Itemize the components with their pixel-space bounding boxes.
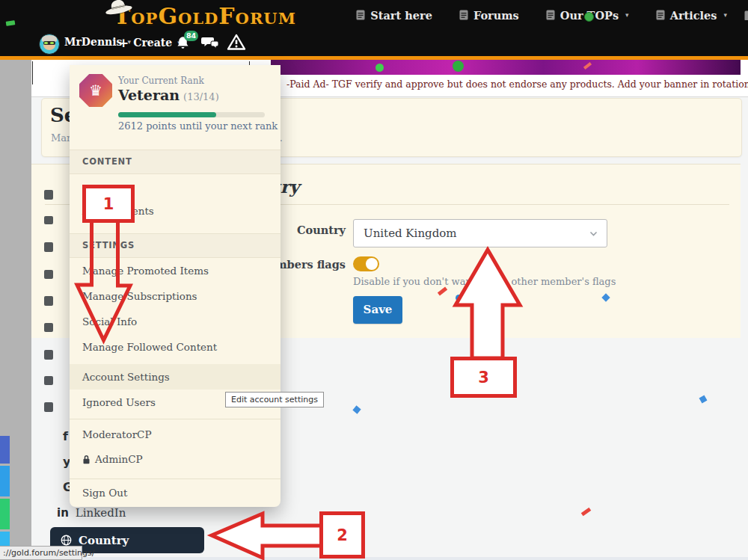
bottom-edge xyxy=(31,557,748,560)
annotation-step-1: 1 xyxy=(82,185,135,223)
flags-toggle[interactable] xyxy=(353,256,379,271)
menu-item-manage-subscriptions[interactable]: Manage Subscriptions xyxy=(82,290,197,302)
menu-item-social-info[interactable]: Social Info xyxy=(82,316,137,327)
nav-label: Start here xyxy=(370,9,432,22)
divider xyxy=(32,61,33,84)
confetti xyxy=(456,295,462,301)
ad-banner-image[interactable] xyxy=(271,60,741,75)
banner-confetti xyxy=(453,61,464,72)
flags-description: Disable if you don't want to see other m… xyxy=(353,276,616,287)
nav-item-articles[interactable]: Articles ▾ xyxy=(656,9,727,22)
rank-name: Veteran(13/14) xyxy=(118,87,219,103)
menu-section-content: CONTENT xyxy=(70,150,280,174)
rank-progress-fill xyxy=(118,112,216,117)
create-label: Create xyxy=(133,37,172,49)
linkedin-icon: in xyxy=(57,506,69,520)
sidebar-icon-fragment[interactable] xyxy=(44,323,53,332)
notification-count-badge[interactable]: 84 xyxy=(184,31,198,41)
share-whatsapp-button[interactable] xyxy=(0,499,10,529)
menu-item-sign-out[interactable]: Sign Out xyxy=(82,487,127,499)
country-select[interactable]: United Kingdom xyxy=(353,219,607,247)
lock-icon xyxy=(82,455,91,464)
toggle-knob xyxy=(366,258,378,270)
content-header: CONTENT xyxy=(82,156,132,167)
menu-item-manage-promoted-items[interactable]: Manage Promoted Items xyxy=(82,265,209,277)
forum-settings-page: i -Paid Ad- TGF verify and approve but d… xyxy=(0,0,748,560)
annotation-step-3: 3 xyxy=(450,357,517,398)
banner-confetti xyxy=(583,62,592,70)
paid-ad-text: i -Paid Ad- TGF verify and approve but d… xyxy=(271,79,745,92)
menu-item-ignored-users[interactable]: Ignored Users xyxy=(82,396,156,408)
moderation-alerts-button[interactable] xyxy=(227,34,246,54)
save-button[interactable]: Save xyxy=(353,296,402,324)
sidebar-icon-fragment[interactable] xyxy=(44,296,53,306)
accent-rule xyxy=(0,56,748,60)
nav-label: Articles xyxy=(670,9,717,22)
share-facebook-button[interactable] xyxy=(0,436,10,464)
tooltip-edit-account-settings: Edit account settings xyxy=(225,392,324,407)
divider xyxy=(70,479,280,479)
globe-icon xyxy=(61,535,72,546)
nav-item-start-here[interactable]: Start here xyxy=(356,9,432,22)
share-twitter-button[interactable] xyxy=(0,466,10,496)
rank-badge-icon: ♛ xyxy=(79,74,112,107)
rank-name-text: Veteran xyxy=(118,87,180,103)
messages-button[interactable] xyxy=(200,36,220,52)
menu-item-admincp[interactable]: AdminCP xyxy=(82,453,143,465)
plus-icon: + xyxy=(118,35,129,50)
sidebar-icon-fragment[interactable] xyxy=(44,242,53,252)
country-button-label: Country xyxy=(79,534,129,547)
sidebar-icon-fragment[interactable] xyxy=(44,376,53,385)
sidebar-icon-fragment[interactable] xyxy=(44,350,53,360)
sidebar-icon-fragment[interactable] xyxy=(44,190,53,200)
settings-header: SETTINGS xyxy=(82,240,135,250)
create-menu-trigger[interactable]: + Create ▾ xyxy=(118,35,181,50)
banner-confetti xyxy=(375,64,384,72)
avatar[interactable] xyxy=(39,34,60,55)
document-icon xyxy=(656,10,665,20)
nav-label: Forums xyxy=(473,9,519,22)
annotation-step-2: 2 xyxy=(319,511,365,559)
user-menu-dropdown: ♛ Your Current Rank Veteran(13/14) 2612 … xyxy=(70,65,280,507)
chevron-down-icon: ▾ xyxy=(625,11,629,19)
sidebar-icon-fragment[interactable] xyxy=(44,270,53,279)
avatar-lens xyxy=(50,42,54,44)
sidebar-icon-fragment[interactable] xyxy=(44,216,53,224)
menu-item-moderatorcp[interactable]: ModeratorCP xyxy=(82,428,152,440)
menu-item-account-settings[interactable]: Account Settings xyxy=(82,371,170,383)
document-icon xyxy=(356,10,365,20)
menu-section-settings: SETTINGS xyxy=(70,233,280,258)
linkedin-label: LinkedIn xyxy=(76,506,126,520)
rank-points-text: 2612 points until your next rank xyxy=(118,120,278,132)
menu-item-manage-followed-content[interactable]: Manage Followed Content xyxy=(82,341,217,353)
green-dot-overlay xyxy=(584,12,594,22)
country-select-value: United Kingdom xyxy=(364,227,457,240)
rank-caption: Your Current Rank xyxy=(118,76,204,86)
document-icon xyxy=(744,10,748,20)
nav-item-forums[interactable]: Forums xyxy=(459,9,519,22)
facebook-icon[interactable]: f xyxy=(63,429,68,443)
rank-count: (13/14) xyxy=(183,91,219,102)
document-icon xyxy=(459,10,468,20)
top-navbar: TopGoldForum Start here Forums Our TOPs … xyxy=(0,0,748,30)
divider xyxy=(70,419,280,419)
rank-progress-bar xyxy=(118,112,265,117)
username: MrDennis xyxy=(64,36,122,48)
document-icon xyxy=(546,10,555,20)
chevron-down-icon: ▾ xyxy=(723,11,727,19)
avatar-lens xyxy=(44,42,48,44)
decorative-dash xyxy=(6,20,16,26)
sidebar-item-linkedin[interactable]: in LinkedIn xyxy=(57,506,126,520)
status-bar-url: ://gold.forum/settings/ xyxy=(0,546,82,560)
nav-item-our-tops[interactable]: Our TOPs ▾ xyxy=(546,9,629,22)
admincp-label: AdminCP xyxy=(95,453,143,465)
sidebar-icon-fragment[interactable] xyxy=(44,402,53,412)
ad-text: -Paid Ad- TGF verify and approve but doe… xyxy=(286,79,748,90)
chat-bubbles-icon xyxy=(200,36,220,49)
brand-name: TopGoldForum xyxy=(114,3,296,29)
top-menu: Start here Forums Our TOPs ▾ Articles ▾ xyxy=(356,0,727,30)
chevron-down-icon xyxy=(589,231,598,237)
warning-triangle-icon xyxy=(227,34,246,51)
nav-item-clipped xyxy=(744,10,748,20)
